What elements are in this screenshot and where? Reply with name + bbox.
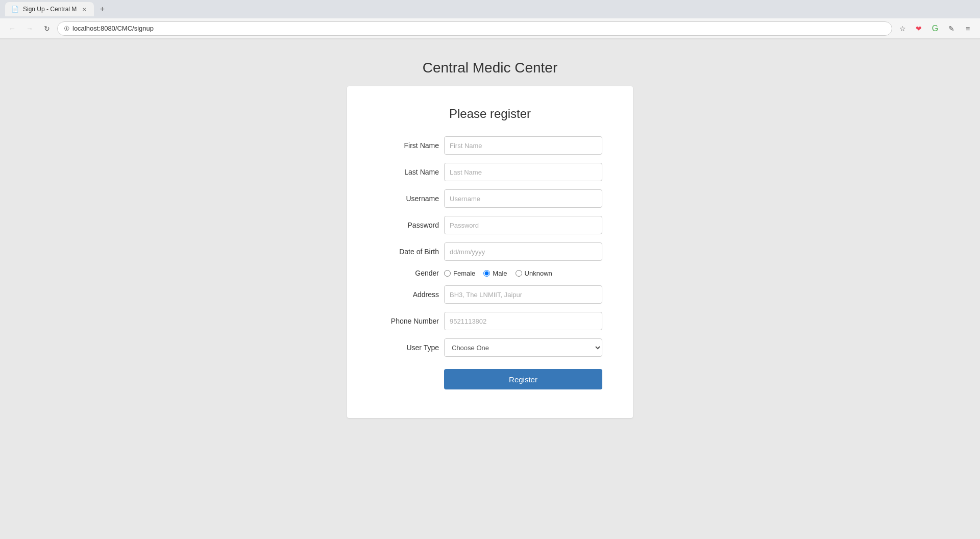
gender-female-radio[interactable] bbox=[444, 270, 451, 277]
tools-icon: ✎ bbox=[948, 24, 954, 33]
page-content: Central Medic Center Please register Fir… bbox=[0, 39, 980, 539]
forward-icon: → bbox=[26, 24, 33, 33]
bookmark-star-button[interactable]: ☆ bbox=[895, 21, 910, 36]
dob-input[interactable] bbox=[444, 242, 602, 261]
browser-titlebar: 📄 Sign Up - Central M ✕ + bbox=[0, 0, 980, 18]
browser-chrome: 📄 Sign Up - Central M ✕ + ← → ↻ 🛈 localh… bbox=[0, 0, 980, 39]
gender-row: Gender Female Male Unknown bbox=[378, 269, 602, 277]
username-input[interactable] bbox=[444, 189, 602, 208]
password-input[interactable] bbox=[444, 216, 602, 234]
first-name-input[interactable] bbox=[444, 136, 602, 155]
address-row: Address bbox=[378, 285, 602, 304]
form-heading: Please register bbox=[378, 107, 602, 121]
first-name-label: First Name bbox=[378, 141, 439, 150]
new-tab-button[interactable]: + bbox=[95, 2, 109, 16]
gender-male-option[interactable]: Male bbox=[483, 270, 507, 277]
user-type-label: User Type bbox=[378, 344, 439, 352]
url-text: localhost:8080/CMC/signup bbox=[72, 24, 886, 32]
browser-tab-active[interactable]: 📄 Sign Up - Central M ✕ bbox=[5, 2, 94, 16]
phone-input[interactable] bbox=[444, 312, 602, 330]
browser-toolbar: ← → ↻ 🛈 localhost:8080/CMC/signup ☆ ❤ G … bbox=[0, 18, 980, 39]
register-row: Register bbox=[378, 365, 602, 389]
gender-group: Female Male Unknown bbox=[444, 270, 602, 277]
page-title: Central Medic Center bbox=[423, 60, 558, 76]
gender-male-label: Male bbox=[493, 270, 507, 277]
phone-label: Phone Number bbox=[378, 317, 439, 325]
browser-actions: ☆ ❤ G ✎ ≡ bbox=[895, 21, 975, 36]
tab-title: Sign Up - Central M bbox=[23, 6, 77, 13]
last-name-label: Last Name bbox=[378, 168, 439, 176]
password-label: Password bbox=[378, 221, 439, 229]
address-bar[interactable]: 🛈 localhost:8080/CMC/signup bbox=[57, 21, 892, 36]
dob-row: Date of Birth bbox=[378, 242, 602, 261]
gender-unknown-label: Unknown bbox=[525, 270, 552, 277]
menu-icon: ≡ bbox=[966, 24, 970, 33]
register-button[interactable]: Register bbox=[444, 369, 602, 389]
pocket-button[interactable]: ❤ bbox=[912, 21, 926, 36]
password-row: Password bbox=[378, 216, 602, 234]
menu-button[interactable]: ≡ bbox=[961, 21, 975, 36]
back-icon: ← bbox=[9, 24, 16, 33]
last-name-row: Last Name bbox=[378, 163, 602, 181]
dob-label: Date of Birth bbox=[378, 248, 439, 256]
address-input[interactable] bbox=[444, 285, 602, 304]
tab-close-button[interactable]: ✕ bbox=[81, 6, 88, 13]
account-icon: G bbox=[932, 24, 938, 33]
account-button[interactable]: G bbox=[928, 21, 942, 36]
gender-female-option[interactable]: Female bbox=[444, 270, 475, 277]
gender-label: Gender bbox=[378, 269, 439, 277]
refresh-button[interactable]: ↻ bbox=[40, 21, 54, 36]
phone-row: Phone Number bbox=[378, 312, 602, 330]
first-name-row: First Name bbox=[378, 136, 602, 155]
tab-favicon: 📄 bbox=[11, 6, 19, 13]
gender-male-radio[interactable] bbox=[483, 270, 490, 277]
last-name-input[interactable] bbox=[444, 163, 602, 181]
tools-button[interactable]: ✎ bbox=[944, 21, 959, 36]
gender-unknown-option[interactable]: Unknown bbox=[516, 270, 552, 277]
registration-form-container: Please register First Name Last Name Use… bbox=[347, 86, 633, 418]
username-label: Username bbox=[378, 194, 439, 203]
user-type-row: User Type Choose One Patient Doctor Admi… bbox=[378, 338, 602, 357]
pocket-icon: ❤ bbox=[916, 24, 922, 33]
star-icon: ☆ bbox=[899, 24, 906, 33]
user-type-select[interactable]: Choose One Patient Doctor Admin bbox=[444, 338, 602, 357]
refresh-icon: ↻ bbox=[44, 24, 50, 33]
forward-button[interactable]: → bbox=[22, 21, 37, 36]
back-button[interactable]: ← bbox=[5, 21, 19, 36]
gender-unknown-radio[interactable] bbox=[516, 270, 522, 277]
address-label: Address bbox=[378, 290, 439, 299]
lock-icon: 🛈 bbox=[64, 26, 69, 32]
gender-female-label: Female bbox=[453, 270, 475, 277]
username-row: Username bbox=[378, 189, 602, 208]
